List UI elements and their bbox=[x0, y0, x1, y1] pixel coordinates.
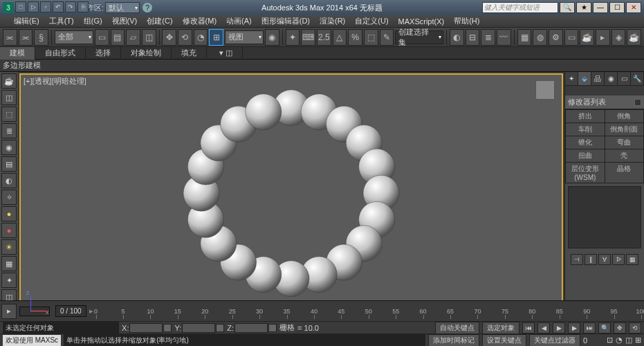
tab-hierarchy-icon[interactable]: 品 bbox=[591, 72, 605, 85]
menu-modifiers[interactable]: 修改器(M) bbox=[183, 16, 217, 26]
snap-toggle-button[interactable]: 2.5 bbox=[317, 29, 331, 46]
tab-utilities-icon[interactable]: 🔧 bbox=[631, 72, 644, 85]
mod-twist[interactable]: 扭曲 bbox=[566, 149, 605, 162]
ribbon-expand-button[interactable]: ▾ ◫ bbox=[210, 47, 243, 60]
unlink-button[interactable]: ⫘ bbox=[19, 29, 33, 46]
selection-filter-select[interactable]: 全部 bbox=[55, 30, 93, 44]
key-filter-button[interactable]: 关键点过滤器 bbox=[529, 334, 580, 347]
viewcube[interactable] bbox=[535, 80, 555, 100]
tab-motion-icon[interactable]: ◉ bbox=[605, 72, 618, 85]
mod-extrude[interactable]: 挤出 bbox=[566, 110, 605, 122]
scale-button[interactable]: ◔ bbox=[194, 29, 208, 46]
goto-start-button[interactable]: ⏮ bbox=[522, 322, 535, 334]
viewport-label[interactable]: [+][透视][明暗处理] bbox=[24, 76, 86, 86]
listener-label[interactable]: 欢迎使用 MAXSc bbox=[3, 335, 61, 346]
close-button[interactable]: ✕ bbox=[626, 2, 641, 13]
y-input[interactable] bbox=[182, 323, 215, 333]
minimize-button[interactable]: — bbox=[593, 2, 608, 13]
move-button[interactable]: ✥ bbox=[162, 29, 176, 46]
lt-render-icon[interactable]: ▦ bbox=[1, 256, 17, 271]
lt-teapot-icon[interactable]: ☕ bbox=[1, 73, 17, 89]
nav-fov-button[interactable]: ◔ bbox=[616, 336, 623, 345]
favorite-button[interactable]: ★ bbox=[576, 2, 591, 13]
keyboard-shortcut-button[interactable]: ⌨ bbox=[301, 29, 315, 46]
set-key-button[interactable]: 设置关键点 bbox=[482, 334, 526, 347]
qat-redo-button[interactable]: ↷ bbox=[65, 1, 76, 12]
modifier-list-header[interactable]: 修改器列表 bbox=[565, 95, 644, 109]
timeline-toggle-button[interactable]: ▸ bbox=[1, 304, 17, 319]
render-iterative-button[interactable]: ◈ bbox=[611, 29, 626, 46]
lt-light2-icon[interactable]: ● bbox=[1, 223, 17, 238]
menu-animation[interactable]: 动画(A) bbox=[226, 16, 252, 26]
menu-maxscript[interactable]: MAXScript(X) bbox=[398, 17, 445, 26]
spinner-snap-button[interactable]: ⬚ bbox=[364, 29, 378, 46]
stack-pin-button[interactable]: ⊣ bbox=[571, 254, 583, 265]
workspace-select[interactable]: 默认 bbox=[105, 2, 140, 13]
tab-selection[interactable]: 选择 bbox=[86, 47, 121, 60]
render-button[interactable]: ☕ bbox=[580, 29, 594, 46]
edit-named-sel-button[interactable]: ✎ bbox=[380, 29, 394, 46]
tab-object-paint[interactable]: 对象绘制 bbox=[121, 47, 172, 60]
tab-freeform[interactable]: 自由形式 bbox=[35, 47, 86, 60]
qat-link-button[interactable]: ⎘ bbox=[77, 1, 89, 12]
rotate-button[interactable]: ⟲ bbox=[178, 29, 192, 46]
help-icon[interactable]: ? bbox=[142, 3, 152, 12]
lt-isolate-icon[interactable]: ◫ bbox=[1, 90, 17, 105]
stack-show-button[interactable]: ‖ bbox=[585, 254, 597, 265]
menu-edit[interactable]: 编辑(E) bbox=[14, 16, 39, 26]
mod-lattice[interactable]: 晶格 bbox=[605, 163, 644, 183]
lt-solid-icon[interactable]: ◉ bbox=[1, 140, 17, 155]
bind-button[interactable]: § bbox=[34, 29, 48, 46]
lt-fx-icon[interactable]: ✦ bbox=[1, 273, 17, 288]
x-input[interactable] bbox=[129, 323, 163, 333]
mod-bevel[interactable]: 倒角 bbox=[605, 110, 644, 122]
stack-unique-button[interactable]: ∀ bbox=[598, 254, 611, 265]
menu-graph[interactable]: 图形编辑器(D) bbox=[261, 16, 310, 26]
menu-custom[interactable]: 自定义(U) bbox=[355, 16, 388, 26]
pivot-button[interactable]: ◉ bbox=[265, 29, 279, 46]
window-crossing-button[interactable]: ◫ bbox=[142, 29, 156, 46]
lt-layers-icon[interactable]: ≣ bbox=[1, 123, 17, 138]
percent-snap-button[interactable]: % bbox=[348, 29, 362, 46]
tab-modify-icon[interactable]: ⬙ bbox=[578, 72, 591, 85]
lt-select-icon[interactable]: ⬚ bbox=[1, 107, 17, 122]
lt-pin-icon[interactable]: ✧ bbox=[1, 190, 17, 205]
material-editor-button[interactable]: ◍ bbox=[533, 29, 547, 46]
menu-view[interactable]: 视图(V) bbox=[112, 16, 138, 26]
search-input[interactable]: 健入关键字或短语 bbox=[482, 2, 558, 13]
autokey-button[interactable]: 自动关键点 bbox=[435, 322, 479, 334]
z-input[interactable] bbox=[234, 323, 268, 333]
nav-pan-button[interactable]: ✥ bbox=[614, 322, 626, 334]
menu-help[interactable]: 帮助(H) bbox=[454, 16, 479, 26]
mod-shell[interactable]: 壳 bbox=[605, 149, 644, 162]
reference-coord-button[interactable]: ⊞ bbox=[209, 29, 223, 46]
manipulate-button[interactable]: ✦ bbox=[286, 29, 300, 46]
goto-end-button[interactable]: ⏭ bbox=[583, 322, 596, 334]
select-object-button[interactable]: ▭ bbox=[95, 29, 109, 46]
selected-object-button[interactable]: 选定对象 bbox=[482, 322, 519, 334]
current-frame-input[interactable]: 0 bbox=[583, 336, 604, 345]
menu-group[interactable]: 组(G) bbox=[84, 16, 102, 26]
render-frame-button[interactable]: ▭ bbox=[564, 29, 579, 46]
tab-populate[interactable]: 填充 bbox=[172, 47, 207, 60]
time-ruler[interactable]: 0510152025303540455055606570758085909510… bbox=[96, 304, 641, 319]
angle-snap-button[interactable]: △ bbox=[333, 29, 347, 46]
select-region-button[interactable]: ▱ bbox=[126, 29, 140, 46]
qat-save-button[interactable]: ▫ bbox=[40, 1, 51, 12]
mirror-button[interactable]: ◐ bbox=[450, 29, 464, 46]
qat-undo-button[interactable]: ↶ bbox=[53, 1, 64, 12]
align-button[interactable]: ⊟ bbox=[466, 29, 480, 46]
render-setup-button[interactable]: ⚙ bbox=[549, 29, 563, 46]
quick-render-button[interactable]: ☕ bbox=[627, 29, 641, 46]
tab-modeling[interactable]: 建模 bbox=[0, 47, 35, 60]
select-name-button[interactable]: ▤ bbox=[111, 29, 125, 46]
play-button[interactable]: ▶ bbox=[553, 322, 565, 334]
stack-remove-button[interactable]: ᐅ bbox=[612, 254, 625, 265]
lt-display-icon[interactable]: ◐ bbox=[1, 173, 17, 188]
qat-new-button[interactable]: □ bbox=[15, 1, 26, 12]
lt-light-icon[interactable]: ● bbox=[1, 206, 17, 221]
object-name-field[interactable] bbox=[565, 86, 644, 95]
mod-bend[interactable]: 弯曲 bbox=[605, 136, 644, 149]
nav-orbit-button[interactable]: ⟲ bbox=[629, 322, 641, 334]
nav-max-button[interactable]: ◫ bbox=[625, 336, 632, 345]
